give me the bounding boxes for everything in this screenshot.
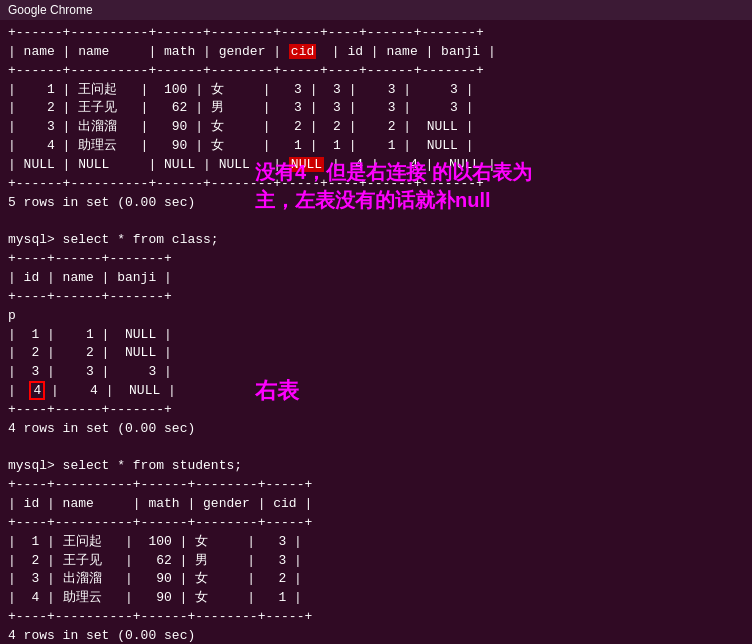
line-separator-2: +------+----------+------+--------+-----…: [8, 62, 744, 81]
line-separator-1: +------+----------+------+--------+-----…: [8, 24, 744, 43]
students-row-1: | 1 | 王问起 | 100 | 女 | 3 |: [8, 533, 744, 552]
terminal: +------+----------+------+--------+-----…: [0, 20, 752, 644]
data-row-2: | 2 | 王子见 | 62 | 男 | 3 | 3 | 3 | 3 |: [8, 99, 744, 118]
data-row-1: | 1 | 王问起 | 100 | 女 | 3 | 3 | 3 | 3 |: [8, 81, 744, 100]
data-row-3: | 3 | 出溜溜 | 90 | 女 | 2 | 2 | 2 | NULL |: [8, 118, 744, 137]
data-row-4: | 4 | 助理云 | 90 | 女 | 1 | 1 | 1 | NULL |: [8, 137, 744, 156]
students-header: | id | name | math | gender | cid |: [8, 495, 744, 514]
blank-2: [8, 439, 744, 458]
class-row-4: | 4 | 4 | NULL |: [8, 382, 744, 401]
students-sep-2: +----+----------+------+--------+-----+: [8, 514, 744, 533]
result-count-1: 5 rows in set (0.00 sec): [8, 194, 744, 213]
mysql-prompt-2: mysql> select * from students;: [8, 457, 744, 476]
blank-1: [8, 212, 744, 231]
students-row-3: | 3 | 出溜溜 | 90 | 女 | 2 |: [8, 570, 744, 589]
class-row-1: | 1 | 1 | NULL |: [8, 326, 744, 345]
class-sep-1: +----+------+-------+: [8, 250, 744, 269]
title-bar: Google Chrome: [0, 0, 752, 20]
class-header: | id | name | banji |: [8, 269, 744, 288]
line-separator-3: +------+----------+------+--------+-----…: [8, 175, 744, 194]
data-row-null: | NULL | NULL | NULL | NULL | NULL | 4 |…: [8, 156, 744, 175]
students-sep-1: +----+----------+------+--------+-----+: [8, 476, 744, 495]
students-row-2: | 2 | 王子见 | 62 | 男 | 3 |: [8, 552, 744, 571]
students-row-4: | 4 | 助理云 | 90 | 女 | 1 |: [8, 589, 744, 608]
title-label: Google Chrome: [8, 3, 93, 17]
mysql-prompt-1: mysql> select * from class;: [8, 231, 744, 250]
class-sep-2: +----+------+-------+: [8, 288, 744, 307]
result-count-3: 4 rows in set (0.00 sec): [8, 627, 744, 644]
class-row-3: | 3 | 3 | 3 |: [8, 363, 744, 382]
students-sep-3: +----+----------+------+--------+-----+: [8, 608, 744, 627]
class-note: p: [8, 307, 744, 326]
result-count-2: 4 rows in set (0.00 sec): [8, 420, 744, 439]
line-header-1: | name | name | math | gender | cid | id…: [8, 43, 744, 62]
class-row-2: | 2 | 2 | NULL |: [8, 344, 744, 363]
class-sep-3: +----+------+-------+: [8, 401, 744, 420]
